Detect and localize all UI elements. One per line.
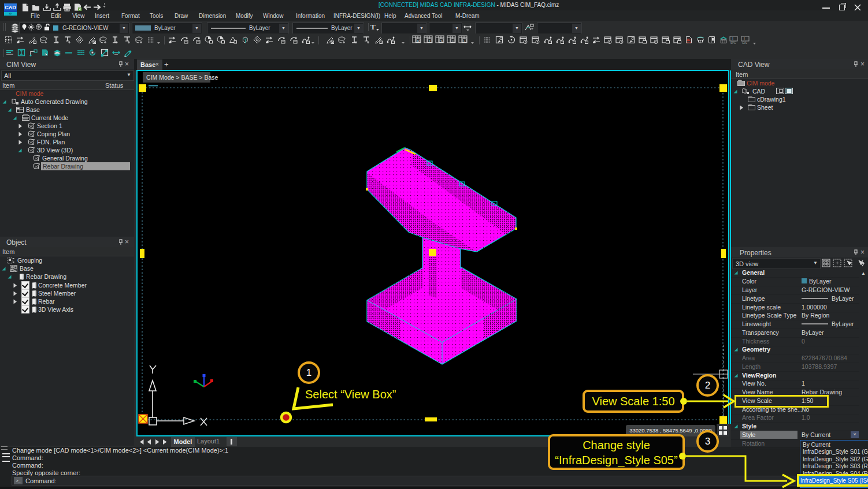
svg-text:I: I (732, 36, 733, 40)
svg-text:I: I (744, 36, 745, 40)
svg-text:S: S (440, 39, 443, 43)
svg-text:C: C (452, 39, 454, 43)
svg-text:CIM Mode > BASE > Base: CIM Mode > BASE > Base (146, 74, 218, 81)
svg-text:R: R (417, 39, 420, 43)
svg-text:L: L (463, 39, 465, 43)
svg-text:T: T (370, 23, 376, 31)
svg-text:CVL: CVL (742, 42, 747, 44)
svg-text:SPC: SPC (730, 42, 736, 44)
